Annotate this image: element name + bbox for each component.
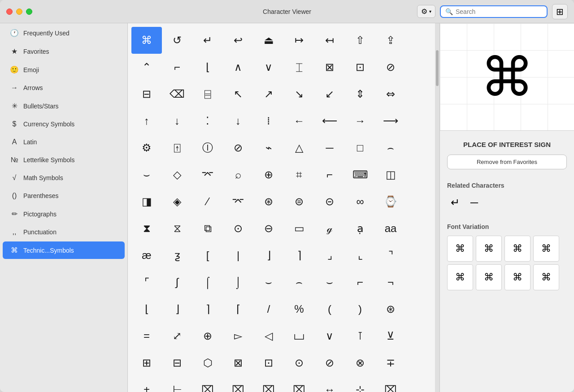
minimize-button[interactable] <box>16 9 22 15</box>
char-cell[interactable]: ⊘ <box>314 349 345 376</box>
char-cell[interactable]: ◇ <box>162 161 192 188</box>
char-cell[interactable]: ⌢ <box>375 134 406 161</box>
char-cell[interactable]: ⊺ <box>345 323 375 349</box>
grid-scrollbar-thumb[interactable] <box>436 50 439 86</box>
char-cell[interactable]: ⌶ <box>284 54 314 81</box>
char-cell[interactable]: ⌸ <box>192 81 223 108</box>
char-cell[interactable]: ⊻ <box>375 323 406 349</box>
char-cell[interactable]: ∨ <box>314 323 345 349</box>
char-cell[interactable]: ↤ <box>314 27 345 54</box>
char-cell[interactable]: æ <box>131 242 162 269</box>
char-cell[interactable]: ⌚ <box>375 188 406 215</box>
char-cell[interactable]: ▻ <box>223 323 253 349</box>
char-cell[interactable]: ⌤ <box>192 161 223 188</box>
char-cell[interactable]: ⌧ <box>192 376 223 392</box>
close-button[interactable] <box>6 9 13 15</box>
font-variation-item[interactable]: ⌘ <box>533 264 559 290</box>
char-cell[interactable]: ◁ <box>253 323 284 349</box>
search-input[interactable] <box>456 8 542 15</box>
char-cell[interactable]: ⌧ <box>253 376 284 392</box>
char-cell[interactable]: ƺ <box>162 242 192 269</box>
grid-view-button[interactable]: ⊞ <box>552 4 568 19</box>
char-cell[interactable]: ⌧ <box>284 376 314 392</box>
char-cell[interactable]: ⌞ <box>345 242 375 269</box>
related-char[interactable]: ↵ <box>447 194 463 211</box>
char-cell[interactable]: ạ <box>345 215 375 242</box>
char-cell[interactable]: ↺ <box>162 27 192 54</box>
char-cell[interactable]: ⌉ <box>284 242 314 269</box>
char-cell[interactable]: ↑ <box>131 108 162 134</box>
font-variation-item[interactable]: ⌘ <box>504 236 531 262</box>
char-cell[interactable]: ∕ <box>192 188 223 215</box>
char-cell[interactable]: / <box>253 296 284 323</box>
char-cell[interactable]: ⊙ <box>223 215 253 242</box>
char-cell[interactable]: ⌧ <box>375 376 406 392</box>
char-cell[interactable]: ⌢ <box>284 269 314 296</box>
char-cell[interactable]: ↘ <box>284 81 314 108</box>
char-cell[interactable]: ⌋ <box>253 242 284 269</box>
char-cell[interactable]: ⌣ <box>253 269 284 296</box>
char-cell[interactable]: ⇕ <box>345 81 375 108</box>
sidebar-item-favorites[interactable]: ★ Favorites <box>3 43 125 60</box>
char-cell[interactable]: ⍐ <box>162 134 192 161</box>
char-cell[interactable]: ⌊ <box>131 296 162 323</box>
char-cell[interactable]: ↓ <box>162 108 192 134</box>
char-cell[interactable]: ⊢ <box>162 376 192 392</box>
char-cell[interactable]: ← <box>284 108 314 134</box>
char-cell[interactable]: ¬ <box>375 269 406 296</box>
char-cell[interactable]: ⧖ <box>162 215 192 242</box>
char-cell[interactable]: ± <box>131 376 162 392</box>
char-cell[interactable]: ⊞ <box>131 349 162 376</box>
settings-button[interactable]: ⚙ ▾ <box>417 5 435 18</box>
char-cell[interactable]: ◫ <box>375 161 406 188</box>
char-cell[interactable]: | <box>223 242 253 269</box>
char-cell[interactable]: ⊡ <box>253 349 284 376</box>
char-cell[interactable]: [ <box>192 242 223 269</box>
char-cell[interactable]: ⌉ <box>192 296 223 323</box>
char-cell[interactable]: ⁚ <box>192 108 223 134</box>
char-cell[interactable]: ⊕ <box>192 323 223 349</box>
sidebar-item-math[interactable]: √ Math Symbols <box>3 169 125 186</box>
sidebar-item-emoji[interactable]: 🙂 Emoji <box>3 61 125 78</box>
char-cell[interactable]: ⌫ <box>162 81 192 108</box>
char-cell[interactable]: ↩ <box>223 27 253 54</box>
char-cell[interactable]: ⌊ <box>192 54 223 81</box>
char-cell[interactable]: ∓ <box>375 349 406 376</box>
char-cell[interactable]: ∨ <box>253 54 284 81</box>
char-cell[interactable]: ⌣ <box>131 161 162 188</box>
font-variation-item[interactable]: ⌘ <box>476 236 502 262</box>
char-cell[interactable]: ⊘ <box>223 134 253 161</box>
sidebar-item-parentheses[interactable]: () Parentheses <box>3 187 125 204</box>
char-cell[interactable]: ⌃ <box>131 54 162 81</box>
char-cell[interactable]: ⇪ <box>375 27 406 54</box>
char-cell[interactable]: ⌟ <box>314 242 345 269</box>
char-cell[interactable]: ⟶ <box>375 108 406 134</box>
char-cell[interactable]: ▭ <box>284 215 314 242</box>
char-cell[interactable]: ⊛ <box>375 296 406 323</box>
char-cell[interactable]: ⊗ <box>345 349 375 376</box>
char-cell[interactable]: ⊟ <box>162 349 192 376</box>
char-cell[interactable]: ↗ <box>253 81 284 108</box>
sidebar-item-technical[interactable]: ⌘ Technic...Symbols <box>3 241 125 259</box>
sidebar-item-latin[interactable]: A Latin <box>3 134 125 151</box>
char-cell[interactable]: □ <box>345 134 375 161</box>
char-cell[interactable]: ⌨ <box>345 161 375 188</box>
sidebar-item-currency[interactable]: $ Currency Symbols <box>3 116 125 133</box>
char-cell[interactable]: △ <box>284 134 314 161</box>
char-cell[interactable]: ⌋ <box>162 296 192 323</box>
char-cell[interactable]: ⌘ <box>131 27 162 54</box>
char-cell[interactable]: ⬡ <box>192 349 223 376</box>
char-cell[interactable]: = <box>131 323 162 349</box>
char-cell[interactable]: ⊕ <box>253 161 284 188</box>
char-cell[interactable]: ⧗ <box>131 215 162 242</box>
char-cell[interactable]: ⚙ <box>131 134 162 161</box>
char-cell[interactable]: % <box>284 296 314 323</box>
char-cell[interactable]: ∞ <box>345 188 375 215</box>
char-cell[interactable]: ⤢ <box>162 323 192 349</box>
char-cell[interactable]: ∫ <box>162 269 192 296</box>
char-cell[interactable]: ⊠ <box>314 54 345 81</box>
font-variation-item[interactable]: ⌘ <box>447 236 473 262</box>
char-cell[interactable]: ⧉ <box>192 215 223 242</box>
char-cell[interactable]: ↦ <box>284 27 314 54</box>
char-cell[interactable]: ⟵ <box>314 108 345 134</box>
